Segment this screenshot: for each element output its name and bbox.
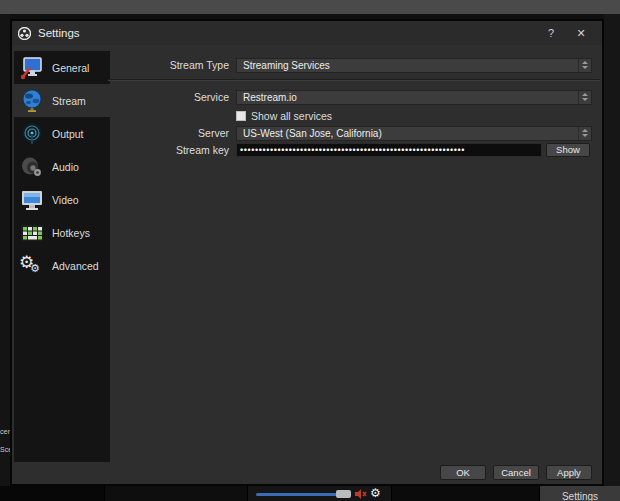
sidebar-item-label: Stream [52, 95, 86, 107]
cancel-button[interactable]: Cancel [493, 465, 539, 480]
settings-dialog: Settings ? ✕ General [10, 19, 604, 486]
stream-type-value: Streaming Services [243, 60, 330, 71]
sidebar-item-hotkeys[interactable]: Hotkeys [14, 216, 110, 249]
service-value: Restream.io [243, 92, 297, 103]
ok-button[interactable]: OK [440, 465, 486, 480]
sidebar-item-label: General [52, 62, 89, 74]
sidebar-item-label: Advanced [52, 260, 99, 272]
advanced-gears-icon: ⚙ ⚙ [19, 253, 45, 279]
audio-mixer-edge: ⚙ [248, 486, 391, 501]
obs-screen: cen Sce ⚙ Settings Settings [0, 0, 620, 501]
sidebar-item-video[interactable]: Video [14, 183, 110, 216]
show-all-services-label: Show all services [251, 110, 332, 122]
stream-key-input[interactable]: ••••••••••••••••••••••••••••••••••••••••… [236, 143, 542, 157]
spinner-arrows-icon[interactable] [578, 127, 591, 140]
sidebar-item-label: Hotkeys [52, 227, 90, 239]
service-select[interactable]: Restream.io [236, 90, 592, 105]
sidebar-item-label: Output [52, 128, 84, 140]
scenes-dock-edge [0, 486, 104, 501]
stream-type-label: Stream Type [108, 59, 236, 71]
muted-speaker-icon[interactable] [355, 489, 367, 499]
stream-key-label: Stream key [108, 144, 236, 156]
close-button[interactable]: ✕ [566, 21, 596, 45]
show-key-button[interactable]: Show [546, 143, 590, 157]
sidebar-item-label: Audio [52, 161, 79, 173]
general-icon [19, 55, 45, 81]
dialog-footer: OK Cancel Apply [440, 465, 592, 480]
sidebar-item-output[interactable]: Output [14, 117, 110, 150]
volume-slider-handle[interactable] [336, 490, 351, 498]
server-value: US-West (San Jose, California) [243, 128, 382, 139]
spinner-arrows-icon[interactable] [578, 91, 591, 104]
volume-slider[interactable] [256, 493, 344, 496]
spinner-arrows-icon[interactable] [578, 59, 591, 72]
server-select[interactable]: US-West (San Jose, California) [236, 126, 592, 141]
clipped-panel-text: Sce [0, 446, 10, 454]
sources-dock-edge [105, 486, 247, 501]
service-label: Service [108, 91, 236, 103]
controls-dock-edge [392, 486, 539, 501]
hotkeys-icon [19, 220, 45, 246]
sidebar-item-general[interactable]: General [14, 51, 110, 84]
settings-sidebar: General Stream [14, 51, 110, 462]
server-row: Server US-West (San Jose, California) [108, 125, 592, 141]
sidebar-item-label: Video [52, 194, 79, 206]
main-window-right-edge [604, 14, 620, 501]
stream-type-row: Stream Type Streaming Services [108, 57, 592, 73]
settings-button-background[interactable]: Settings [540, 486, 620, 501]
video-icon [19, 187, 45, 213]
main-window-left-edge: cen Sce [0, 14, 10, 501]
apply-button[interactable]: Apply [546, 465, 592, 480]
sidebar-item-advanced[interactable]: ⚙ ⚙ Advanced [14, 249, 110, 282]
stream-icon [19, 88, 45, 114]
sidebar-item-audio[interactable]: Audio [14, 150, 110, 183]
dialog-titlebar[interactable]: Settings ? ✕ [12, 21, 602, 45]
audio-icon [19, 154, 45, 180]
mixer-gear-icon[interactable]: ⚙ [370, 486, 381, 501]
main-window-top-edge [0, 0, 620, 14]
main-window-bottom-docks: ⚙ Settings [0, 486, 620, 501]
stream-key-row: Stream key •••••••••••••••••••••••••••••… [108, 142, 592, 158]
service-row: Service Restream.io [108, 89, 592, 105]
dialog-title: Settings [38, 27, 536, 39]
show-all-services-row[interactable]: Show all services [236, 110, 332, 122]
clipped-panel-text: cen [0, 428, 10, 436]
sidebar-item-stream[interactable]: Stream [14, 84, 110, 117]
section-divider [108, 79, 600, 81]
output-icon [19, 121, 45, 147]
stream-type-select[interactable]: Streaming Services [236, 58, 592, 73]
obs-logo-icon [18, 27, 31, 40]
server-label: Server [108, 127, 236, 139]
help-button[interactable]: ? [536, 21, 566, 45]
show-all-services-checkbox[interactable] [236, 111, 246, 121]
